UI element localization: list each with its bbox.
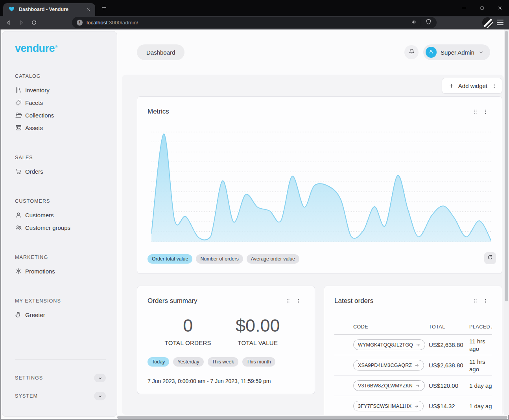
browser-titlebar: Dashboard • Vendure	[0, 0, 509, 16]
vertical-scrollbar[interactable]	[504, 29, 509, 415]
metric-tab-number-of-orders[interactable]: Number of orders	[196, 254, 243, 264]
order-code-link[interactable]: WYMGK4TQQ8JL2TGQ	[353, 339, 425, 350]
widget-title: Latest orders	[334, 297, 472, 305]
divider	[421, 19, 421, 26]
order-row: WYMGK4TQQ8JL2TGQUS$2,638.8011 hrs ago	[334, 335, 492, 355]
site-info-icon[interactable]: !	[77, 20, 83, 26]
plus-icon	[448, 83, 454, 89]
forward-icon	[18, 19, 25, 26]
maximize-icon	[479, 5, 485, 11]
sidebar-item-customers[interactable]: Customers	[15, 209, 106, 221]
window-maximize-button[interactable]	[473, 0, 491, 16]
user-menu[interactable]: Super Admin	[423, 44, 490, 60]
browser-forward-button[interactable]	[18, 19, 25, 26]
expand-button[interactable]	[94, 374, 106, 382]
kebab-menu-icon[interactable]	[491, 83, 497, 89]
tab-close-icon[interactable]	[86, 7, 91, 12]
browser-back-button[interactable]	[5, 19, 12, 26]
bell-icon	[408, 48, 415, 55]
reload-icon	[31, 19, 37, 26]
sidebar-item-assets[interactable]: Assets	[15, 121, 106, 134]
collections-icon	[15, 112, 22, 119]
chevron-down-icon	[478, 50, 484, 55]
order-row: XSA9PD4LM3CGAQRZUS$2,638.8011 hrs ago	[334, 355, 492, 376]
total-orders-stat: 0 TOTAL ORDERS	[153, 316, 223, 347]
order-placed-at: 1 day ago	[469, 402, 492, 410]
kebab-menu-icon[interactable]	[483, 109, 489, 115]
order-row: 3FY7FSCWSHMA11HXUS$14.321 day ago	[334, 396, 492, 415]
horizontal-scrollbar-thumb[interactable]	[117, 416, 507, 419]
drag-handle-icon[interactable]	[285, 298, 291, 304]
range-tab-yesterday[interactable]: Yesterday	[173, 357, 203, 367]
nav-section-label: CUSTOMERS	[15, 198, 106, 204]
nav-section-label: CATALOG	[15, 73, 106, 79]
kebab-menu-icon[interactable]	[483, 298, 489, 304]
chevron-down-icon	[478, 50, 484, 55]
sidebar-item-facets[interactable]: Facets	[15, 96, 106, 109]
customer-groups-icon	[15, 224, 22, 231]
sidebar-item-greeter[interactable]: Greeter	[15, 308, 106, 321]
notifications-button[interactable]	[404, 45, 419, 59]
drag-handle-icon[interactable]	[472, 298, 478, 304]
metric-tab-average-order-value[interactable]: Average order value	[247, 254, 299, 264]
page-title: Dashboard	[137, 44, 184, 60]
browser-menu-button[interactable]	[497, 20, 503, 25]
order-total: US$2,638.80	[429, 341, 469, 348]
order-placed-at: 1 day ago	[469, 382, 492, 389]
sidebar-item-promotions[interactable]: Promotions	[15, 265, 106, 277]
order-row: V3T6BW8ZQLWMYZKNUS$120.001 day ago	[334, 376, 492, 396]
refresh-icon	[487, 254, 493, 260]
promotions-icon	[15, 268, 22, 275]
range-tab-today[interactable]: Today	[148, 357, 169, 367]
order-code-link[interactable]: XSA9PD4LM3CGAQRZ	[353, 360, 424, 370]
order-code-link[interactable]: V3T6BW8ZQLWMYZKN	[353, 380, 425, 391]
order-total: US$14.32	[429, 403, 469, 409]
total-value-stat: $0.00 TOTAL VALUE	[223, 316, 293, 347]
window-close-button[interactable]	[491, 0, 509, 16]
scrollbar-thumb[interactable]	[505, 31, 508, 301]
sidebar-group-settings[interactable]: SETTINGS	[15, 370, 106, 386]
refresh-button[interactable]	[484, 252, 496, 264]
order-code-link[interactable]: 3FY7FSCWSHMA11HX	[353, 401, 424, 411]
widget-title: Metrics	[148, 108, 472, 116]
address-bar[interactable]: ! localhost:3000/admin/	[72, 17, 437, 28]
browser-tab[interactable]: Dashboard • Vendure	[3, 3, 95, 16]
nav-section-label: SALES	[15, 155, 106, 160]
facets-icon	[15, 99, 22, 106]
sidebar-divider	[15, 359, 106, 359]
expand-button[interactable]	[94, 392, 106, 400]
metrics-chart	[151, 130, 491, 244]
kebab-menu-icon[interactable]	[295, 298, 301, 304]
sidebar-item-inventory[interactable]: Inventory	[15, 84, 106, 96]
assets-icon	[15, 124, 22, 131]
range-tab-this-week[interactable]: This week	[208, 357, 238, 367]
sidebar-item-collections[interactable]: Collections	[15, 109, 106, 121]
range-tab-this-month[interactable]: This month	[242, 357, 275, 367]
browser-reload-button[interactable]	[31, 19, 37, 26]
drag-handle-icon	[472, 298, 478, 304]
metric-tab-order-total-value[interactable]: Order total value	[148, 254, 192, 264]
user-avatar	[426, 47, 437, 58]
nav-section-label: MARKETING	[15, 255, 106, 260]
order-total: US$120.00	[429, 382, 469, 389]
dashboard-content: Add widget Metrics Order total valueNumb…	[122, 75, 504, 415]
sidebar-item-customer-groups[interactable]: Customer groups	[15, 221, 106, 234]
plus-icon	[448, 83, 454, 89]
brave-shield-icon[interactable]	[425, 18, 432, 27]
arrow-right-icon	[415, 363, 419, 368]
latest-orders-widget: Latest orders CODETOTALPLACED ATWYMGK4TQ…	[324, 286, 502, 415]
sidebar-group-system[interactable]: SYSTEM	[15, 388, 106, 404]
add-widget-button[interactable]: Add widget	[442, 78, 502, 94]
drag-handle-icon[interactable]	[472, 109, 478, 115]
browser-profile-avatar[interactable]	[482, 17, 493, 28]
orders-icon	[15, 168, 22, 175]
share-icon[interactable]	[410, 18, 417, 27]
chevron-down-icon	[98, 394, 103, 399]
order-placed-at: 11 hrs ago	[469, 358, 492, 373]
sidebar-item-orders[interactable]: Orders	[15, 165, 106, 178]
arrow-right-icon	[414, 404, 419, 409]
new-tab-button[interactable]	[101, 4, 107, 11]
window-minimize-button[interactable]	[455, 0, 473, 16]
heart-icon	[8, 6, 15, 12]
bell-icon	[408, 48, 415, 57]
